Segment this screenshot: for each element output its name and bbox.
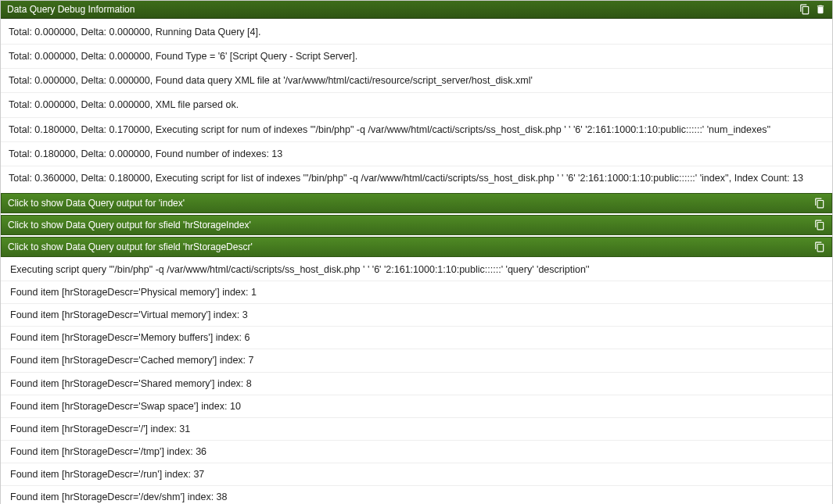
log-line: Total: 0.000000, Delta: 0.000000, Runnin…: [1, 20, 832, 44]
output-line: Found item [hrStorageDescr='Virtual memo…: [1, 303, 832, 326]
output-line: Found item [hrStorageDescr='/'] index: 3…: [1, 417, 832, 440]
expanded-output: Executing script query '"/bin/php" -q /v…: [1, 257, 832, 504]
collapser-label: Click to show Data Query output for sfie…: [8, 220, 814, 231]
trash-icon[interactable]: [815, 4, 826, 15]
collapser-group: Click to show Data Query output for 'ind…: [1, 193, 832, 257]
log-line: Total: 0.000000, Delta: 0.000000, XML fi…: [1, 92, 832, 116]
output-line: Found item [hrStorageDescr='Physical mem…: [1, 281, 832, 303]
output-line: Found item [hrStorageDescr='/tmp'] index…: [1, 440, 832, 463]
output-line: Found item [hrStorageDescr='Memory buffe…: [1, 326, 832, 349]
collapser-label: Click to show Data Query output for 'ind…: [8, 198, 814, 209]
log-line: Total: 0.360000, Delta: 0.180000, Execut…: [1, 166, 832, 190]
copy-icon[interactable]: [799, 4, 810, 15]
log-block: Total: 0.000000, Delta: 0.000000, Runnin…: [1, 19, 832, 191]
output-line: Found item [hrStorageDescr='Shared memor…: [1, 372, 832, 395]
debug-panel: Data Query Debug Information Total: 0.00…: [0, 0, 833, 504]
output-line: Executing script query '"/bin/php" -q /v…: [1, 259, 832, 281]
copy-icon[interactable]: [814, 198, 825, 209]
copy-icon[interactable]: [814, 220, 825, 231]
output-line: Found item [hrStorageDescr='/dev/shm'] i…: [1, 485, 832, 504]
collapser-label: Click to show Data Query output for sfie…: [8, 241, 814, 252]
collapser-bar[interactable]: Click to show Data Query output for sfie…: [1, 215, 832, 235]
log-line: Total: 0.000000, Delta: 0.000000, Found …: [1, 68, 832, 92]
copy-icon[interactable]: [814, 241, 825, 252]
output-line: Found item [hrStorageDescr='/run'] index…: [1, 463, 832, 485]
log-line: Total: 0.000000, Delta: 0.000000, Found …: [1, 44, 832, 68]
log-line: Total: 0.180000, Delta: 0.170000, Execut…: [1, 117, 832, 141]
output-line: Found item [hrStorageDescr='Cached memor…: [1, 349, 832, 371]
panel-title: Data Query Debug Information: [7, 4, 799, 15]
panel-header: Data Query Debug Information: [1, 1, 832, 19]
log-line: Total: 0.180000, Delta: 0.000000, Found …: [1, 141, 832, 166]
collapser-bar[interactable]: Click to show Data Query output for 'ind…: [1, 193, 832, 213]
output-line: Found item [hrStorageDescr='Swap space']…: [1, 395, 832, 417]
collapser-bar[interactable]: Click to show Data Query output for sfie…: [1, 237, 832, 257]
